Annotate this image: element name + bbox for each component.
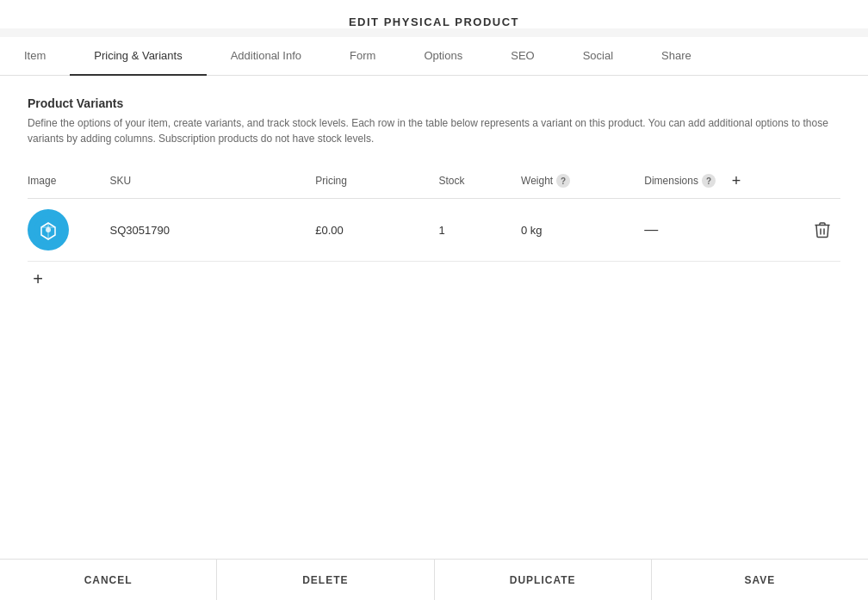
product-avatar[interactable] — [28, 209, 69, 251]
dimensions-help-icon[interactable]: ? — [702, 174, 716, 188]
col-header-actions — [778, 164, 840, 199]
row-dimensions-cell: — — [644, 199, 778, 262]
tab-social[interactable]: Social — [559, 37, 637, 76]
weight-help-icon[interactable]: ? — [556, 174, 570, 188]
tab-share[interactable]: Share — [637, 37, 716, 76]
cancel-button[interactable]: CANCEL — [0, 560, 217, 600]
tabs-bar: Item Pricing & Variants Additional Info … — [0, 37, 868, 76]
delete-row-button[interactable] — [778, 221, 830, 238]
add-column-button[interactable]: + — [726, 170, 747, 191]
row-image-cell — [28, 199, 110, 262]
col-header-weight: Weight ? — [521, 164, 644, 199]
row-sku-cell: SQ3051790 — [110, 199, 316, 262]
section-description: Define the options of your item, create … — [28, 115, 840, 146]
footer: CANCEL DELETE DUPLICATE SAVE — [0, 559, 868, 600]
row-actions-cell — [778, 199, 840, 262]
row-stock-cell: 1 — [439, 199, 522, 262]
tab-item[interactable]: Item — [0, 37, 70, 76]
avatar-icon — [34, 216, 62, 244]
save-button[interactable]: SAVE — [652, 560, 868, 600]
tab-options[interactable]: Options — [400, 37, 487, 76]
tab-pricing-variants[interactable]: Pricing & Variants — [70, 37, 206, 76]
tab-additional-info[interactable]: Additional Info — [207, 37, 326, 76]
delete-button[interactable]: DELETE — [217, 560, 434, 600]
tab-form[interactable]: Form — [326, 37, 400, 76]
table-row: SQ3051790 £0.00 1 0 kg — — [28, 199, 840, 262]
section-title: Product Variants — [28, 96, 840, 110]
dimensions-dash: — — [644, 222, 658, 237]
add-variant-button[interactable]: + — [28, 269, 48, 289]
col-header-image: Image — [28, 164, 110, 199]
row-pricing-cell: £0.00 — [315, 199, 438, 262]
row-weight-cell: 0 kg — [521, 199, 644, 262]
svg-point-1 — [46, 227, 51, 232]
col-header-pricing: Pricing — [315, 164, 438, 199]
col-header-stock: Stock — [439, 164, 522, 199]
main-content: Product Variants Define the options of y… — [0, 76, 868, 559]
tab-seo[interactable]: SEO — [487, 37, 558, 76]
page-title: EDIT PHYSICAL PRODUCT — [0, 15, 868, 28]
col-header-dimensions: Dimensions ? + — [644, 164, 778, 199]
col-header-sku: SKU — [110, 164, 316, 199]
trash-icon — [815, 221, 830, 238]
page-header: EDIT PHYSICAL PRODUCT — [0, 0, 868, 28]
variants-table: Image SKU Pricing Stock Weight ? — [28, 164, 840, 262]
duplicate-button[interactable]: DUPLICATE — [435, 560, 652, 600]
table-header-row: Image SKU Pricing Stock Weight ? — [28, 164, 840, 199]
